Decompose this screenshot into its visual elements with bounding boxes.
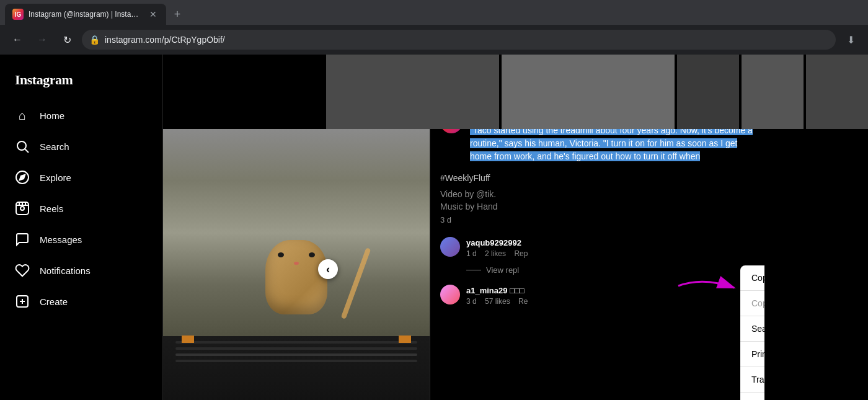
comment-1-username: yaqub9292992 [466,238,521,247]
reply-line [466,270,481,270]
image-background [163,129,430,400]
explore-icon [15,170,30,185]
tab-title: Instagram (@instagram) | Instagram [29,10,143,19]
messages-icon [15,232,30,247]
tab-favicon: IG [12,9,24,20]
selected-text: "Taco started using the treadmill about … [470,125,753,161]
view-replies-text: View repl [486,265,519,275]
browser-chrome: IG Instagram (@instagram) | Instagram ✕ … [0,0,868,55]
context-menu-copy-label: Copy [751,273,764,283]
comment-1-meta: 1 d 2 likes Rep [466,249,755,258]
back-button[interactable]: ← [7,30,27,50]
strip-item-1 [326,55,499,129]
reels-icon [15,201,30,216]
url-protocol: instagram.com [105,35,162,45]
treadmill-marker-left [182,336,194,343]
new-tab-button[interactable]: + [169,6,186,23]
nav-bar: ← → ↻ 🔒 instagram.com/p/CtRpYgpObif/ ⬇ [0,25,868,55]
forward-button[interactable]: → [32,30,52,50]
strip-item-3 [677,55,739,129]
post-details-scroll[interactable]: instagram ✓ Wow. It's time for @tik.taco… [430,104,764,400]
arrow-pointer [672,270,746,304]
sidebar-label-notifications: Notifications [40,265,91,276]
context-menu-copy-link-label: Copy link to highlight [751,298,764,308]
back-nav-button[interactable]: ‹ [318,259,338,279]
main-content: ‹ instagram ✓ • Follow Handsome Dancer •… [163,55,868,400]
sidebar-item-explore[interactable]: Explore [7,162,155,192]
post-image [163,129,430,400]
search-icon [15,139,30,154]
download-button[interactable]: ⬇ [841,30,861,50]
sidebar-label-reels: Reels [40,203,63,214]
sidebar-item-search[interactable]: Search [7,131,155,161]
music-credit: Music by Hand [430,200,764,213]
comment-2-avatar [440,285,460,304]
url-path: /p/CtRpYgpObif/ [162,35,225,45]
sidebar-item-reels[interactable]: Reels [7,193,155,223]
context-menu-print[interactable]: Print... [740,342,764,367]
context-menu-translate[interactable]: Translate selection to English [740,367,764,392]
comment-1: yaqub9292992 1 d 2 likes Rep [430,232,764,263]
tab-close-button[interactable]: ✕ [148,9,159,20]
music-credit-text: Music by Hand [440,202,498,211]
sidebar-item-create[interactable]: Create [7,287,155,316]
context-menu-search-label: Search Google for ""Taco started using t… [751,324,764,334]
active-tab[interactable]: IG Instagram (@instagram) | Instagram ✕ [5,4,166,25]
video-credit: Video by @tik. [430,188,764,200]
svg-point-5 [20,207,24,210]
tab-bar: IG Instagram (@instagram) | Instagram ✕ … [0,0,868,25]
svg-marker-3 [20,175,25,180]
comment-1-avatar [440,237,460,257]
context-menu-search-google[interactable]: Search Google for ""Taco started using t… [740,316,764,341]
sidebar-label-messages: Messages [40,234,82,245]
strip-item-4 [742,55,804,129]
sidebar-label-home: Home [40,110,64,121]
url-display: instagram.com/p/CtRpYgpObif/ [105,35,225,45]
chevron-left-icon: ‹ [326,263,330,276]
sidebar-label-search: Search [40,141,69,152]
svg-point-0 [17,141,26,150]
refresh-button[interactable]: ↻ [57,30,77,50]
post-image-area [163,129,430,400]
sidebar: Instagram ⌂ Home Search Explore Reels [0,55,163,400]
sidebar-item-home[interactable]: ⌂ Home [7,100,155,130]
page: Instagram ⌂ Home Search Explore Reels [0,55,868,400]
hashtag-area: #WeeklyFluff [430,171,764,188]
post-time: 3 d [430,213,764,232]
notifications-icon [15,263,30,278]
cat-silhouette [247,240,346,364]
treadmill-marker-right [399,336,411,343]
comment-2-username: a1_mina29 □□□ [466,286,525,295]
sidebar-label-create: Create [40,296,68,307]
video-credit-text: Video by @tik. [440,189,496,199]
arrow-svg [672,270,746,301]
context-menu-translate-label: Translate selection to English [751,375,764,384]
sidebar-label-explore: Explore [40,172,71,183]
strip-item-5 [806,55,868,129]
context-menu-print-label: Print... [751,349,764,359]
top-image-strip [326,55,868,129]
lock-icon: 🔒 [89,35,100,45]
strip-item-2 [502,55,675,129]
sidebar-item-messages[interactable]: Messages [7,224,155,254]
comment-1-content: yaqub9292992 1 d 2 likes Rep [466,237,755,258]
sidebar-item-notifications[interactable]: Notifications [7,256,155,285]
create-icon [15,294,30,309]
address-bar[interactable]: 🔒 instagram.com/p/CtRpYgpObif/ [82,30,836,50]
instagram-logo: Instagram [7,67,155,100]
context-menu-adblock[interactable]: AdBlock — best ad blocker [740,393,764,400]
hashtag-text: #WeeklyFluff [440,173,490,183]
svg-line-1 [25,149,29,153]
home-icon: ⌂ [15,108,30,123]
